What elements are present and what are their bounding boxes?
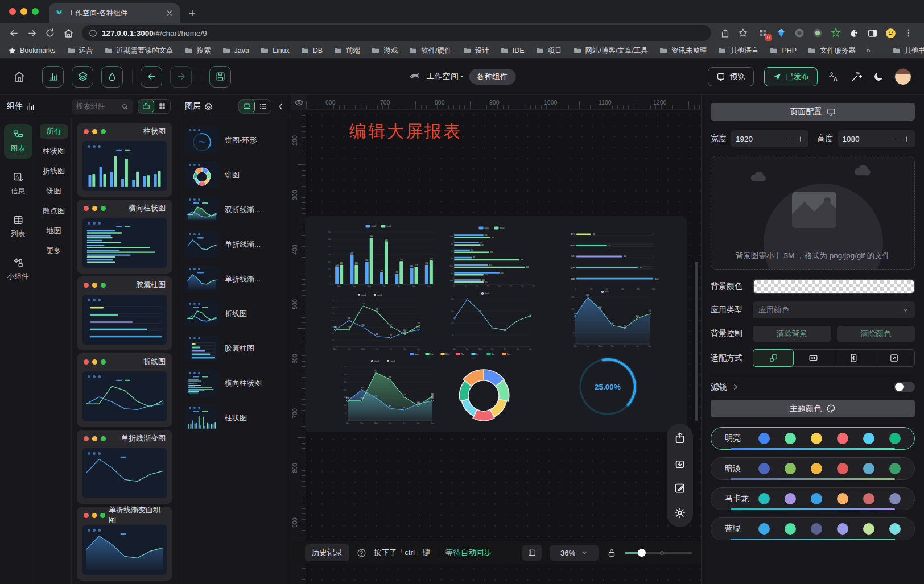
bookmark-folder[interactable]: 运营 — [67, 46, 93, 56]
theme-color-swatch[interactable] — [758, 523, 770, 535]
back-icon[interactable] — [6, 25, 22, 41]
layer-item[interactable]: 双折线渐... — [184, 193, 285, 226]
browser-tab[interactable]: 工作空间-各种组件 — [49, 3, 180, 23]
canvas-edit-icon[interactable] — [671, 479, 689, 497]
theme-color-swatch[interactable] — [811, 463, 822, 474]
chart-horizontal-bar[interactable]: data1data2120200150807011013013013031228… — [447, 225, 542, 290]
address-bar[interactable]: 127.0.0.1:3000/#/chart/home/9 — [82, 25, 711, 41]
fit-width-button[interactable] — [793, 350, 834, 366]
theme-color-swatch[interactable] — [837, 463, 848, 474]
theme-color-swatch[interactable] — [889, 523, 901, 535]
thumbnail-view-button[interactable] — [238, 99, 255, 114]
project-name-badge[interactable]: 各种组件 — [469, 69, 515, 85]
reload-icon[interactable] — [42, 25, 58, 41]
canvas-download-icon[interactable] — [671, 454, 689, 472]
theme-color-swatch[interactable] — [889, 433, 901, 444]
layer-item[interactable]: 胶囊柱图 — [184, 332, 285, 365]
theme-color-swatch[interactable] — [811, 433, 822, 444]
undo-button[interactable] — [141, 66, 162, 88]
zoom-slider-handle[interactable] — [638, 549, 646, 557]
layer-item[interactable]: 25% 饼图-环形 — [184, 124, 285, 156]
plus-icon[interactable] — [797, 135, 804, 143]
forward-icon[interactable] — [24, 25, 40, 41]
translate-icon[interactable]: 文A — [828, 71, 840, 83]
bookmark-folder[interactable]: 项目 — [535, 46, 562, 56]
layer-item[interactable]: 横向柱状图 — [184, 367, 285, 399]
minimize-window-button[interactable] — [20, 8, 27, 15]
bookmark-folder[interactable]: 前端 — [333, 46, 360, 56]
close-tab-icon[interactable] — [165, 9, 174, 18]
clear-color-button[interactable]: 清除颜色 — [837, 326, 915, 342]
component-card[interactable]: 胶囊柱图 — [77, 276, 172, 350]
category-item[interactable]: 所有 — [40, 124, 68, 139]
category-item[interactable]: 折线图 — [40, 164, 68, 179]
plus-icon[interactable] — [903, 135, 910, 143]
theme-color-swatch[interactable] — [811, 523, 822, 535]
theme-color-swatch[interactable] — [837, 523, 848, 535]
theme-color-swatch[interactable] — [811, 493, 822, 504]
dashboard-preview[interactable]: data1data2050100150200250300350120200150… — [306, 216, 687, 432]
theme-color-swatch[interactable] — [785, 523, 796, 535]
layer-item[interactable]: 单折线渐... — [184, 263, 285, 295]
layer-item[interactable]: 柱状图 — [184, 401, 285, 434]
chart-tool-button[interactable] — [42, 66, 64, 88]
category-item[interactable]: 饼图 — [40, 184, 68, 198]
split-view-icon[interactable] — [866, 27, 878, 39]
bookmarks-overflow-chevron[interactable]: » — [867, 47, 871, 55]
minus-icon[interactable] — [892, 135, 900, 143]
component-card[interactable]: 单折线渐变面积图 — [77, 507, 172, 581]
theme-color-swatch[interactable] — [889, 493, 901, 504]
chart-area-single[interactable]: data1050100150200MonTueWedThuFriSatSun12… — [567, 289, 654, 350]
maximize-window-button[interactable] — [32, 8, 39, 15]
chart-progress-ring[interactable]: 25.00% — [576, 355, 639, 418]
sidebar-item-1[interactable]: A信息 — [4, 167, 32, 201]
bookmark-folder[interactable]: 网站/博客/文章/工具 — [573, 46, 648, 56]
dark-circle-extension-icon[interactable] — [793, 27, 806, 39]
height-stepper[interactable]: 1080 — [838, 130, 915, 147]
bookmark-folder[interactable]: 游戏 — [371, 46, 398, 56]
bookmark-folder[interactable]: 其他语言 — [717, 46, 758, 56]
layer-item[interactable]: 单折线渐... — [184, 228, 285, 260]
preview-button[interactable]: 预览 — [708, 67, 754, 86]
component-card[interactable]: 折线图 — [77, 353, 172, 427]
layer-item[interactable]: 折线图 — [184, 297, 285, 330]
bookmark-folder[interactable]: PHP — [769, 46, 797, 55]
window-controls[interactable] — [9, 0, 49, 23]
blue-gem-icon[interactable] — [775, 27, 787, 39]
bookmark-folder[interactable]: 文件服务器 — [807, 46, 856, 56]
theme-color-swatch[interactable] — [863, 523, 874, 535]
bookmark-folder[interactable]: IDE — [500, 46, 525, 55]
share-icon[interactable] — [717, 25, 733, 41]
theme-color-swatch[interactable] — [758, 433, 770, 444]
fit-stretch-button[interactable] — [874, 350, 914, 366]
magic-wand-icon[interactable] — [851, 71, 863, 82]
theme-row-暗淡[interactable]: 暗淡 — [711, 457, 915, 480]
fit-height-button[interactable] — [834, 350, 874, 366]
ext-grid-icon[interactable]: 9 — [757, 27, 769, 39]
settings-gear-icon[interactable] — [671, 504, 689, 522]
component-view-toggle[interactable] — [138, 99, 171, 114]
lock-icon[interactable] — [607, 548, 617, 558]
bookmark-folder[interactable]: 资讯未整理 — [659, 46, 707, 56]
theme-color-swatch[interactable] — [785, 433, 796, 444]
theme-color-swatch[interactable] — [837, 493, 848, 504]
user-avatar[interactable] — [894, 68, 911, 85]
green-circle-extension-icon[interactable] — [811, 27, 824, 39]
sidebar-item-0[interactable]: 图表 — [4, 124, 32, 159]
app-home-icon[interactable] — [13, 70, 26, 84]
theme-color-swatch[interactable] — [758, 463, 770, 474]
clear-background-button[interactable]: 清除背景 — [753, 326, 831, 342]
bookmarks-root[interactable]: Bookmarks — [8, 47, 56, 55]
zoom-slider[interactable] — [625, 549, 692, 557]
minus-icon[interactable] — [786, 135, 793, 143]
layers-tool-button[interactable] — [72, 66, 93, 88]
layer-item[interactable]: 饼图 — [184, 159, 285, 191]
redo-button[interactable] — [170, 66, 192, 88]
filter-tool-button[interactable] — [101, 66, 123, 88]
component-card[interactable]: 单折线渐变图 — [77, 430, 172, 504]
ruler-eye-icon[interactable] — [291, 95, 306, 110]
close-window-button[interactable] — [9, 8, 16, 15]
theme-color-swatch[interactable] — [863, 493, 874, 504]
search-input[interactable] — [76, 102, 118, 110]
bookmark-folder[interactable]: Linux — [260, 46, 290, 55]
